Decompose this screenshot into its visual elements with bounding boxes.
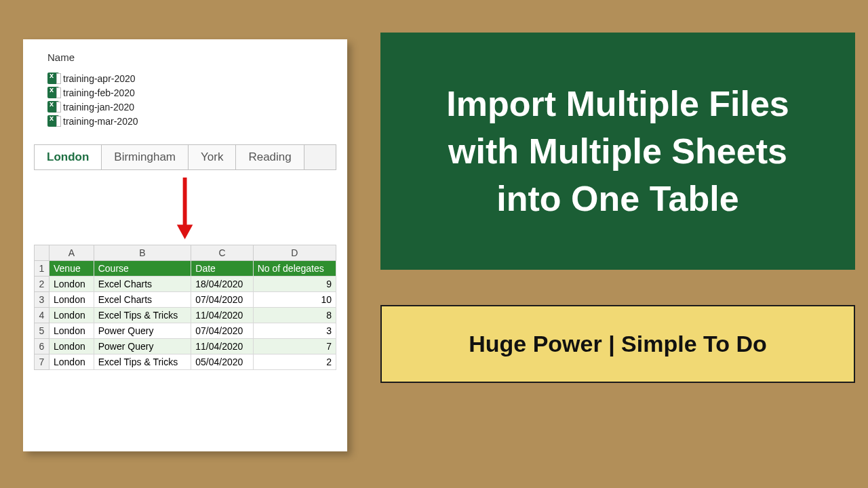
row-header[interactable]: 4 [35, 308, 50, 323]
cell[interactable]: 10 [253, 292, 336, 308]
cell[interactable]: 8 [253, 308, 336, 323]
file-item[interactable]: training-apr-2020 [47, 71, 323, 85]
cell[interactable]: 7 [253, 339, 336, 354]
cell[interactable]: Power Query [94, 323, 191, 339]
cell[interactable]: 11/04/2020 [191, 308, 253, 323]
file-name: training-jan-2020 [63, 102, 134, 113]
result-spreadsheet: A B C D 1 Venue Course Date No of delega… [34, 245, 336, 370]
left-panel: Name training-apr-2020 training-feb-2020… [23, 39, 347, 451]
file-name: training-feb-2020 [63, 87, 135, 98]
excel-file-icon [47, 87, 59, 98]
file-name: training-apr-2020 [63, 73, 136, 84]
cell[interactable]: London [50, 354, 94, 370]
cell[interactable]: London [50, 323, 94, 339]
cell[interactable]: 3 [253, 323, 336, 339]
cell[interactable]: 07/04/2020 [191, 323, 253, 339]
cell[interactable]: London [50, 277, 94, 292]
tab-reading[interactable]: Reading [236, 145, 304, 169]
row-header[interactable]: 2 [35, 277, 50, 292]
cell[interactable]: Excel Tips & Tricks [94, 308, 191, 323]
row-header[interactable]: 3 [35, 292, 50, 308]
cell[interactable]: Excel Charts [94, 277, 191, 292]
grid-corner [35, 245, 50, 261]
sheet-tabs: London Birmingham York Reading [34, 144, 336, 170]
excel-file-icon [47, 101, 59, 113]
cell[interactable]: London [50, 339, 94, 354]
cell[interactable]: Excel Charts [94, 292, 191, 308]
row-header[interactable]: 7 [35, 354, 50, 370]
file-item[interactable]: training-feb-2020 [47, 85, 323, 100]
cell[interactable]: 05/04/2020 [191, 354, 253, 370]
cell[interactable]: London [50, 292, 94, 308]
title-text: Import Multiple Files with Multiple Shee… [446, 80, 789, 223]
cell[interactable]: Excel Tips & Tricks [94, 354, 191, 370]
excel-file-icon [47, 115, 59, 127]
cell[interactable]: 07/04/2020 [191, 292, 253, 308]
cell[interactable]: London [50, 308, 94, 323]
cell[interactable]: Power Query [94, 339, 191, 354]
table-header-cell: Date [191, 261, 253, 277]
tab-york[interactable]: York [189, 145, 236, 169]
col-header[interactable]: C [191, 245, 253, 261]
col-header[interactable]: D [253, 245, 336, 261]
tab-london[interactable]: London [35, 145, 102, 169]
cell[interactable]: 11/04/2020 [191, 339, 253, 354]
table-header-cell: No of delegates [253, 261, 336, 277]
cell[interactable]: 2 [253, 354, 336, 370]
subtitle-banner: Huge Power | Simple To Do [380, 305, 855, 383]
file-name: training-mar-2020 [63, 116, 138, 127]
excel-file-icon [47, 73, 59, 84]
cell[interactable]: 18/04/2020 [191, 277, 253, 292]
table-header-cell: Course [94, 261, 191, 277]
arrow-down-icon [34, 170, 336, 245]
row-header[interactable]: 1 [35, 261, 50, 277]
file-explorer: Name training-apr-2020 training-feb-2020… [34, 47, 336, 134]
table-header-cell: Venue [50, 261, 94, 277]
col-header[interactable]: B [94, 245, 191, 261]
subtitle-text: Huge Power | Simple To Do [469, 331, 767, 357]
file-item[interactable]: training-jan-2020 [47, 100, 323, 114]
row-header[interactable]: 5 [35, 323, 50, 339]
file-list-header: Name [47, 52, 323, 63]
cell[interactable]: 9 [253, 277, 336, 292]
row-header[interactable]: 6 [35, 339, 50, 354]
file-item[interactable]: training-mar-2020 [47, 114, 323, 128]
svg-marker-1 [177, 224, 193, 239]
title-banner: Import Multiple Files with Multiple Shee… [380, 33, 855, 270]
col-header[interactable]: A [50, 245, 94, 261]
tab-birmingham[interactable]: Birmingham [102, 145, 189, 169]
